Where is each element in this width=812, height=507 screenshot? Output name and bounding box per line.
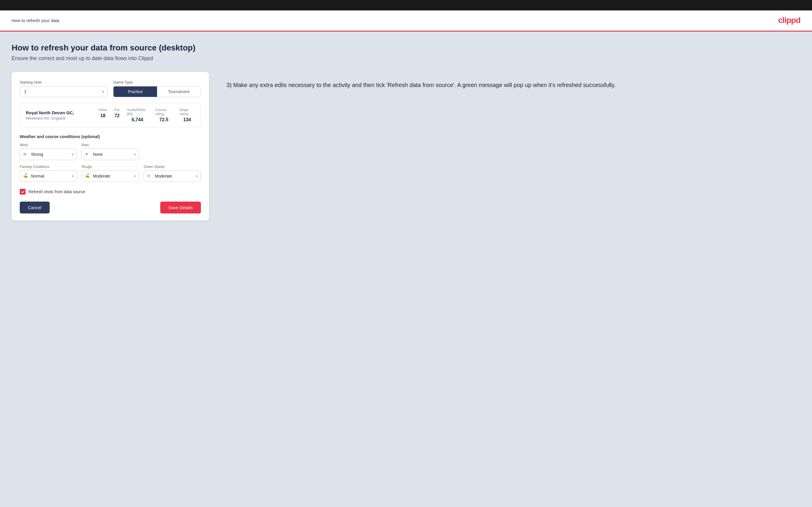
rough-value: Moderate — [93, 174, 128, 178]
course-name-col: Royal North Devon GC, Westward Ho!, Engl… — [26, 110, 90, 120]
cancel-button[interactable]: Cancel — [20, 202, 50, 214]
refresh-checkbox[interactable] — [20, 189, 26, 194]
holes-value: 18 — [100, 113, 105, 118]
starting-hole-group: Starting Hole 1 ▾ — [20, 80, 107, 97]
holes-label: Holes — [98, 108, 107, 112]
rain-chevron-icon: ▾ — [134, 153, 136, 156]
fairway-value: Normal — [31, 174, 66, 178]
rough-icon: ⛳ — [85, 173, 91, 179]
par-value: 72 — [114, 113, 119, 118]
page-breadcrumb: How to refresh your data — [12, 18, 59, 23]
starting-hole-label: Starting Hole — [20, 80, 107, 84]
form-card: Starting Hole 1 ▾ Game Type Practice Tou… — [12, 72, 209, 220]
rough-select[interactable]: ⛳ Moderate ▾ — [82, 170, 139, 182]
wind-select[interactable]: ≋ Strong ▾ — [20, 149, 77, 160]
refresh-label: Refresh shots from data source — [29, 189, 85, 194]
side-instruction: 3) Make any extra edits necessary to the… — [226, 72, 800, 90]
rain-select[interactable]: ✦ None ▾ — [82, 149, 139, 160]
par-label: Par — [114, 108, 120, 112]
game-type-label: Game Type — [113, 80, 201, 84]
content-row: Starting Hole 1 ▾ Game Type Practice Tou… — [12, 72, 800, 220]
refresh-checkbox-row[interactable]: Refresh shots from data source — [20, 189, 201, 194]
fairway-label: Fairway Conditions — [20, 165, 77, 169]
green-speed-group: Green Speed ◎ Moderate ▾ — [144, 165, 201, 182]
yards-label: Yards/White (M)) — [126, 108, 148, 116]
wind-icon: ≋ — [23, 152, 29, 157]
rough-chevron-icon: ▾ — [134, 174, 136, 178]
course-rating-label: Course rating — [155, 108, 173, 116]
rough-group: Rough ⛳ Moderate ▾ — [82, 165, 139, 182]
form-row-top: Starting Hole 1 ▾ Game Type Practice Tou… — [20, 80, 201, 97]
starting-hole-select[interactable]: 1 — [20, 86, 107, 97]
course-rating-stat: Course rating 72.5 — [155, 108, 173, 122]
wind-label: Wind — [20, 143, 77, 147]
conditions-section-title: Weather and course conditions (optional) — [20, 134, 201, 139]
conditions-row-1: Wind ≋ Strong ▾ Rain ✦ None ▾ — [20, 143, 201, 160]
green-speed-value: Moderate — [155, 174, 190, 178]
wind-value: Strong — [31, 152, 66, 157]
green-speed-label: Green Speed — [144, 165, 201, 169]
par-stat: Par 72 — [114, 108, 120, 122]
fairway-group: Fairway Conditions ⛳ Normal ▾ — [20, 165, 77, 182]
course-rating-value: 72.5 — [159, 117, 168, 122]
fairway-icon: ⛳ — [23, 173, 29, 179]
green-speed-chevron-icon: ▾ — [196, 174, 198, 178]
practice-button[interactable]: Practice — [113, 87, 157, 97]
slope-rating-stat: Slope rating 134 — [180, 108, 195, 122]
wind-group: Wind ≋ Strong ▾ — [20, 143, 77, 160]
course-info-box: Royal North Devon GC, Westward Ho!, Engl… — [20, 103, 201, 127]
green-speed-icon: ◎ — [147, 173, 153, 179]
slope-rating-value: 134 — [183, 117, 191, 122]
button-row: Cancel Save Details — [20, 202, 201, 214]
fairway-select[interactable]: ⛳ Normal ▾ — [20, 170, 77, 182]
course-name: Royal North Devon GC, — [26, 110, 90, 115]
page-subheading: Ensure the correct and most up to date d… — [12, 55, 800, 61]
checkmark-icon — [21, 190, 25, 194]
holes-stat: Holes 18 — [98, 108, 107, 122]
rain-value: None — [93, 152, 128, 157]
tournament-button[interactable]: Tournament — [157, 87, 201, 97]
conditions-row-2: Fairway Conditions ⛳ Normal ▾ Rough ⛳ Mo… — [20, 165, 201, 182]
yards-stat: Yards/White (M)) 6,744 — [126, 108, 148, 122]
wind-chevron-icon: ▾ — [72, 153, 74, 156]
course-location: Westward Ho!, England — [26, 116, 90, 120]
green-speed-select[interactable]: ◎ Moderate ▾ — [144, 170, 201, 182]
page-heading: How to refresh your data from source (de… — [12, 43, 800, 53]
game-type-group: Game Type Practice Tournament — [113, 80, 201, 97]
side-instruction-text: 3) Make any extra edits necessary to the… — [226, 80, 800, 90]
clippd-logo: clippd — [778, 16, 800, 25]
main-content: How to refresh your data from source (de… — [0, 32, 812, 504]
rain-group: Rain ✦ None ▾ — [82, 143, 139, 160]
save-details-button[interactable]: Save Details — [160, 202, 201, 214]
yards-value: 6,744 — [132, 117, 143, 122]
footer: Copyright Clippd 2022 — [0, 504, 812, 507]
starting-hole-select-wrapper[interactable]: 1 ▾ — [20, 86, 107, 97]
fairway-chevron-icon: ▾ — [72, 174, 74, 178]
rain-icon: ✦ — [85, 152, 91, 157]
game-type-toggle: Practice Tournament — [113, 86, 201, 97]
rough-label: Rough — [82, 165, 139, 169]
rain-label: Rain — [82, 143, 139, 147]
course-stats: Holes 18 Par 72 Yards/White (M)) 6,744 C… — [98, 108, 195, 122]
slope-rating-label: Slope rating — [180, 108, 195, 116]
